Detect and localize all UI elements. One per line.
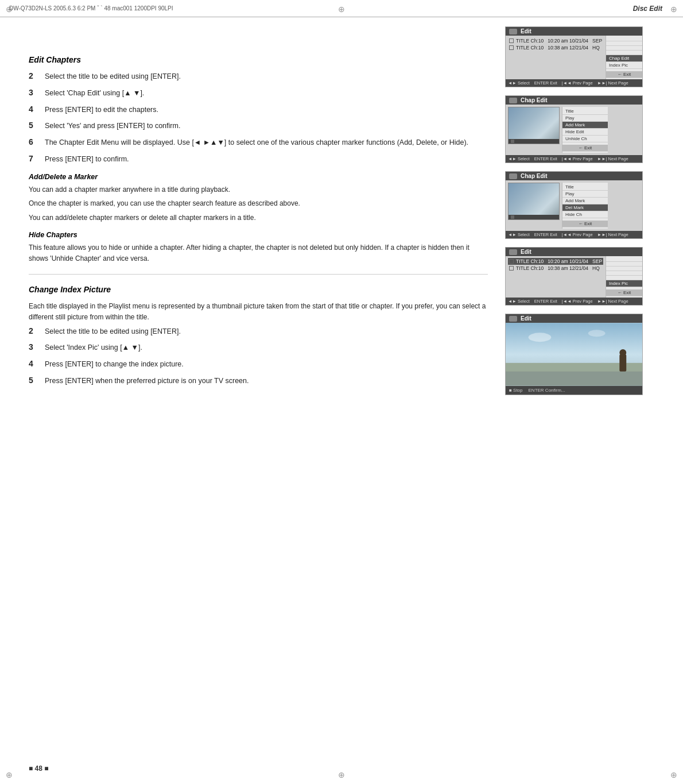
- menu-play-1[interactable]: Play: [562, 115, 608, 122]
- menu-add-mark-2[interactable]: Add Mark: [562, 198, 608, 204]
- print-info: DW-Q73D2N-LS 2005.6.3 6:2 PM ˇ ` 48 mac0…: [9, 5, 633, 11]
- ci-step-5: 5 Press [ENTER] when the preferred pictu…: [29, 376, 488, 387]
- screen-edit-1-menu: Chap Edit Index Pic ← Exit: [606, 36, 642, 79]
- step-3: 3 Select 'Chap Edit' using [▲ ▼].: [29, 88, 488, 99]
- footer-prev-2: |◄◄ Prev Page: [562, 156, 593, 161]
- menu-add-mark-1[interactable]: Add Mark: [562, 122, 608, 129]
- list-item-2-quality: HQ: [592, 45, 600, 51]
- dvd-icon-1: [509, 29, 517, 34]
- checkbox-4: [509, 266, 514, 271]
- footer-select-2: ◄► Select: [508, 156, 530, 161]
- screen-chap-1-title: Chap Edit: [521, 97, 548, 103]
- list-item-3-label: TITLE Ch:10: [516, 258, 544, 264]
- menu-unhide-ch-1[interactable]: Unhide Ch: [562, 136, 608, 142]
- screen-chap-edit-1: Chap Edit Title Play Add Mark Hide Edit …: [505, 95, 643, 163]
- footer-prev-4: |◄◄ Prev Page: [562, 299, 593, 304]
- ci-step-4-num: 4: [29, 359, 39, 368]
- thumbnail-svg: [506, 323, 642, 386]
- menu-title-2[interactable]: Title: [562, 184, 608, 191]
- list-item-2: TITLE Ch:10 10:38 am 12/21/04 HQ: [508, 44, 603, 51]
- add-delete-text2: Once the chapter is marked, you can use …: [29, 198, 488, 209]
- step-2-text: Select the title to be edited using [ENT…: [45, 71, 181, 82]
- list-item-4: TITLE Ch:10 10:38 am 12/21/04 HQ: [508, 265, 603, 272]
- screen-chap-2-footer: ◄► Select ENTER Exit |◄◄ Prev Page ►►| N…: [506, 231, 642, 238]
- list-item-1: TITLE Ch:10 10:20 am 10/21/04 SEP: [508, 37, 603, 44]
- ci-step-3: 3 Select 'Index Pic' using [▲ ▼].: [29, 342, 488, 353]
- checkbox-2: [509, 45, 514, 50]
- change-index-intro: Each title displayed in the Playlist men…: [29, 301, 488, 322]
- screen-edit-1: Edit TITLE Ch:10 10:20 am 10/21/04 SEP T…: [505, 26, 643, 87]
- menu-index-pic[interactable]: Index Pic: [606, 62, 642, 69]
- step-5-num: 5: [29, 121, 39, 130]
- menu-title-1[interactable]: Title: [562, 108, 608, 115]
- ci-step-3-text: Select 'Index Pic' using [▲ ▼].: [45, 342, 142, 353]
- list-item-3-quality: SEP: [592, 258, 602, 264]
- change-index-title: Change Index Picture: [29, 285, 488, 294]
- menu-del-mark-2[interactable]: Del Mark: [562, 204, 608, 211]
- screen-edit-3-header: Edit: [506, 314, 642, 323]
- svg-point-4: [619, 349, 626, 356]
- thumb-marker: [510, 139, 515, 144]
- footer-exit-3: ENTER Exit: [534, 232, 557, 237]
- menu-item-blank4: [606, 51, 642, 55]
- menu-hide-ch-2[interactable]: Hide Ch: [562, 211, 608, 218]
- menu-item-blank1: [606, 37, 642, 41]
- list-item-2-value: 10:38 am 12/21/04: [548, 45, 588, 51]
- add-delete-text1: You can add a chapter marker anywhere in…: [29, 184, 488, 195]
- screen-edit-1-title: Edit: [521, 28, 531, 34]
- ci-step-2-text: Select the title to be edited using [ENT…: [45, 326, 181, 337]
- menu-item-e2-1: [606, 257, 642, 262]
- footer-prev-3: |◄◄ Prev Page: [562, 232, 593, 237]
- step-7-num: 7: [29, 154, 39, 163]
- screen-edit-2-footer: ◄► Select ENTER Exit |◄◄ Prev Page ►►| N…: [506, 298, 642, 305]
- footer-exit: ENTER Exit: [534, 80, 557, 86]
- screen-edit-3-title: Edit: [521, 315, 531, 322]
- menu-chap-edit[interactable]: Chap Edit: [606, 55, 642, 62]
- step-6-num: 6: [29, 137, 39, 146]
- exit-button-1[interactable]: ← Exit: [606, 71, 642, 78]
- menu-hide-edit-1[interactable]: Hide Edit: [562, 129, 608, 136]
- right-column: Edit TITLE Ch:10 10:20 am 10/21/04 SEP T…: [505, 21, 654, 755]
- checkbox-3: [509, 259, 514, 264]
- list-item-1-quality: SEP: [592, 38, 602, 44]
- svg-point-6: [588, 330, 606, 337]
- header-bar: DW-Q73D2N-LS 2005.6.3 6:2 PM ˇ ` 48 mac0…: [0, 0, 683, 17]
- ci-step-2-num: 2: [29, 326, 39, 335]
- ci-step-5-text: Press [ENTER] when the preferred picture…: [45, 376, 249, 387]
- screen-chap-2-header: Chap Edit: [506, 172, 642, 180]
- screen-edit-2: Edit TITLE Ch:10 10:20 am 10/21/04 SEP T…: [505, 247, 643, 306]
- hide-chapters-title: Hide Chapters: [29, 231, 488, 239]
- footer-next-2: ►►| Next Page: [597, 156, 628, 161]
- footer-select-4: ◄► Select: [508, 299, 530, 304]
- section-header-title: Disc Edit: [633, 5, 662, 13]
- list-item-4-label: TITLE Ch:10: [516, 265, 544, 271]
- footer-confirm: ENTER Confirm...: [529, 388, 565, 393]
- footer-exit-4: ENTER Exit: [534, 299, 557, 304]
- step-2-num: 2: [29, 71, 39, 80]
- large-thumb-footer: ■ Stop ENTER Confirm...: [506, 386, 642, 395]
- dvd-icon-2: [509, 98, 517, 103]
- list-item-4-quality: HQ: [592, 265, 600, 271]
- screen-chap-1-footer: ◄► Select ENTER Exit |◄◄ Prev Page ►►| N…: [506, 155, 642, 163]
- menu-index-pic-2[interactable]: Index Pic: [606, 280, 642, 287]
- dvd-icon-4: [509, 249, 517, 255]
- left-column: Edit Chapters 2 Select the title to be e…: [29, 21, 488, 755]
- page-number: ■ 48 ■: [29, 764, 49, 773]
- exit-button-3[interactable]: ← Exit: [562, 221, 608, 227]
- footer-next-4: ►►| Next Page: [597, 299, 628, 304]
- screen-chap-1-body: Title Play Add Mark Hide Edit Unhide Ch …: [506, 105, 642, 155]
- screen-edit-1-body: TITLE Ch:10 10:20 am 10/21/04 SEP TITLE …: [506, 36, 642, 79]
- screen-edit-2-header: Edit: [506, 248, 642, 256]
- exit-button-4[interactable]: ← Exit: [606, 289, 642, 296]
- screen-edit-3: Edit: [505, 314, 643, 395]
- menu-play-2[interactable]: Play: [562, 191, 608, 198]
- exit-button-2[interactable]: ← Exit: [562, 145, 608, 152]
- chap-edit-1-thumbnail: [508, 107, 560, 144]
- ci-step-4-text: Press [ENTER] to change the index pictur…: [45, 359, 184, 370]
- step-7: 7 Press [ENTER] to confirm.: [29, 154, 488, 165]
- edit-chapters-title: Edit Chapters: [29, 55, 488, 64]
- footer-next: ►►| Next Page: [597, 80, 628, 86]
- section-divider: [29, 274, 488, 275]
- step-6: 6 The Chapter Edit Menu will be displaye…: [29, 137, 488, 148]
- menu-item-blank3: [606, 46, 642, 51]
